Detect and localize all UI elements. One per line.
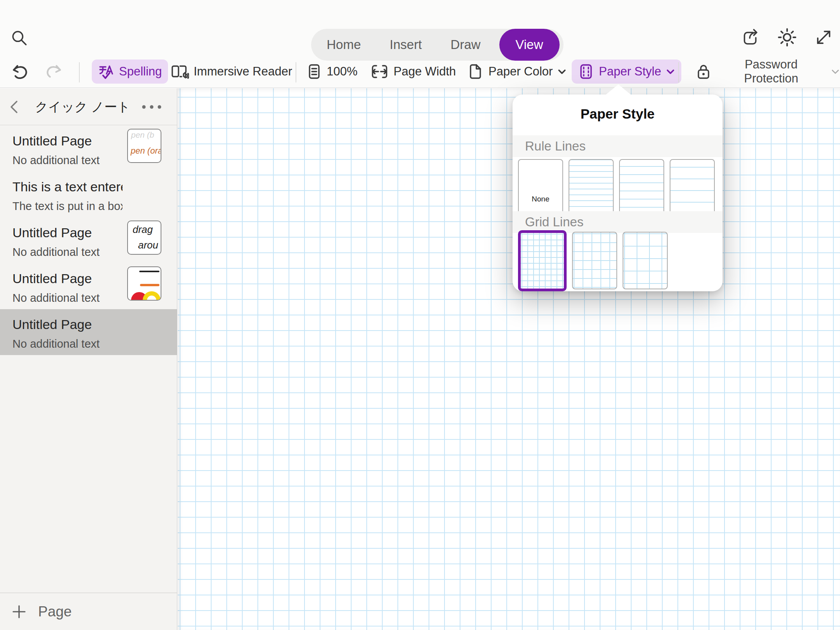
password-protection-button[interactable]: Password Protection — [695, 60, 840, 84]
chevron-down-icon — [831, 67, 840, 76]
rule-style-narrow-tile[interactable] — [569, 159, 614, 217]
password-protection-label: Password Protection — [716, 58, 826, 86]
add-page-label: Page — [38, 604, 72, 620]
sidebar-page-item[interactable]: Untitled PageNo additional textpen (bpen… — [0, 126, 177, 172]
paper-style-popover: Paper Style Rule Lines None Grid Lines — [513, 94, 723, 291]
rule-style-none-label: None — [519, 195, 562, 203]
share-icon — [741, 28, 760, 47]
rule-lines-section-header: Rule Lines — [513, 135, 723, 157]
top-toolbar: HomeInsertDrawView Spelling — [0, 0, 840, 88]
grid-style-small-tile[interactable] — [518, 230, 567, 291]
grid-style-medium-tile[interactable] — [572, 232, 617, 289]
grid-style-large-tile[interactable] — [623, 232, 668, 289]
chevron-down-icon — [557, 67, 567, 76]
rule-style-none-tile[interactable]: None — [518, 159, 563, 217]
settings-button[interactable] — [777, 27, 797, 47]
tab-home[interactable]: Home — [317, 29, 371, 61]
paper-style-button[interactable]: Paper Style — [572, 60, 681, 84]
toolbar-divider — [296, 62, 296, 82]
undo-button[interactable] — [10, 62, 30, 82]
page-title: Untitled Page — [12, 225, 122, 240]
tab-draw[interactable]: Draw — [441, 29, 491, 61]
rule-style-wide-tile[interactable] — [670, 159, 715, 217]
page-width-icon — [370, 63, 389, 80]
ellipsis-icon — [140, 103, 163, 111]
page-title: Untitled Page — [12, 271, 122, 286]
notebook-section-title: クイック ノート — [23, 88, 142, 125]
spelling-icon — [98, 63, 114, 80]
page-thumbnail: pen (bpen (ora — [127, 129, 161, 163]
immersive-reader-label: Immersive Reader — [194, 65, 292, 79]
note-canvas[interactable] — [178, 88, 840, 630]
immersive-reader-icon — [170, 63, 189, 80]
page-subtitle: No additional text — [12, 292, 122, 304]
rule-lines-options: None — [518, 159, 715, 217]
page-title: Untitled Page — [12, 133, 122, 149]
search-icon — [10, 29, 29, 47]
plus-icon — [11, 604, 27, 620]
search-button[interactable] — [9, 28, 30, 48]
zoom-level-icon — [306, 63, 322, 80]
zoom-button[interactable]: 100% — [306, 60, 357, 84]
page-width-label: Page Width — [394, 65, 456, 79]
undo-icon — [10, 63, 29, 81]
paper-style-label: Paper Style — [599, 65, 661, 79]
page-list: Untitled PageNo additional textpen (bpen… — [0, 126, 177, 592]
chevron-down-icon — [666, 67, 675, 76]
paper-color-label: Paper Color — [488, 65, 553, 79]
page-list-sidebar: クイック ノート Untitled PageNo additional text… — [0, 88, 177, 630]
page-subtitle: No additional text — [12, 154, 122, 167]
sidebar-page-item[interactable]: Untitled PageNo additional textdragarou — [0, 217, 177, 263]
back-chevron-icon — [6, 98, 24, 116]
gear-icon — [777, 28, 797, 47]
more-options-button[interactable] — [140, 98, 164, 116]
back-button[interactable] — [5, 98, 24, 116]
page-subtitle: No additional text — [12, 338, 122, 350]
immersive-reader-button[interactable]: Immersive Reader — [170, 60, 292, 84]
redo-button[interactable] — [44, 62, 64, 82]
sidebar-page-item[interactable]: Untitled PageNo additional text — [0, 263, 177, 309]
popover-arrow — [606, 84, 631, 95]
share-button[interactable] — [740, 27, 761, 47]
zoom-level-label: 100% — [327, 65, 357, 79]
add-page-button[interactable]: Page — [0, 593, 177, 630]
tab-insert[interactable]: Insert — [380, 29, 432, 61]
toolbar-divider — [79, 62, 80, 82]
sidebar-header: クイック ノート — [0, 88, 177, 125]
expand-icon — [814, 28, 833, 47]
paper-color-button[interactable]: Paper Color — [467, 60, 567, 84]
paper-style-icon — [578, 63, 594, 80]
rule-style-college-tile[interactable] — [619, 159, 664, 217]
lock-icon — [695, 63, 712, 80]
paper-color-icon — [467, 63, 484, 80]
tab-view[interactable]: View — [499, 29, 560, 61]
page-subtitle: The text is put in a box called... — [12, 200, 122, 213]
popover-title: Paper Style — [513, 106, 723, 122]
page-thumbnail: dragarou — [127, 220, 161, 255]
fullscreen-button[interactable] — [814, 27, 834, 47]
toolbar-divider — [678, 62, 679, 82]
page-thumbnail — [127, 266, 161, 301]
grid-lines-options — [518, 230, 668, 291]
spelling-label: Spelling — [119, 65, 162, 79]
sidebar-page-item[interactable]: Untitled PageNo additional text — [0, 309, 177, 355]
spelling-button[interactable]: Spelling — [92, 60, 168, 84]
ribbon-tabs: HomeInsertDrawView — [311, 29, 564, 61]
sidebar-page-item[interactable]: This is a text entered in...The text is … — [0, 172, 177, 217]
redo-icon — [45, 63, 63, 81]
page-title: This is a text entered in... — [12, 179, 122, 194]
page-title: Untitled Page — [12, 317, 122, 332]
page-subtitle: No additional text — [12, 246, 122, 259]
page-width-button[interactable]: Page Width — [370, 60, 456, 84]
